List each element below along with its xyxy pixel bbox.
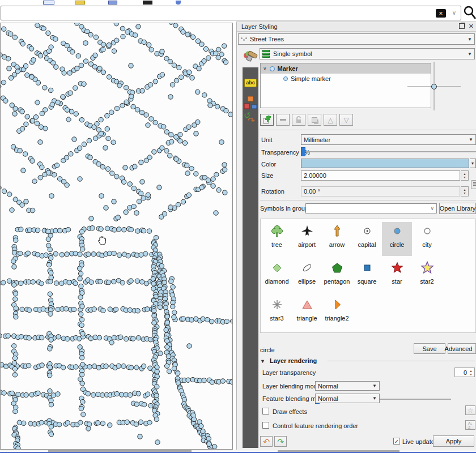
redo-style-button[interactable]: ↷ xyxy=(274,436,287,447)
symbol-tree[interactable]: tree xyxy=(262,222,292,256)
simple-marker-icon xyxy=(283,76,288,81)
panel-titlebar[interactable]: Layer Styling ✕ xyxy=(237,22,476,32)
symbol-label: airport xyxy=(292,241,322,248)
symbol-label: tree xyxy=(262,241,292,248)
lock-color-button[interactable] xyxy=(292,114,305,126)
add-symbol-layer-button[interactable] xyxy=(260,114,274,126)
symbol-label: square xyxy=(352,278,382,285)
symbol-star3[interactable]: star3 xyxy=(262,296,292,330)
symbol-label: circle xyxy=(382,241,412,248)
symbol-arrow[interactable]: arrow xyxy=(322,222,352,256)
open-library-button[interactable]: Open Library xyxy=(439,203,476,214)
symbol-pentagon[interactable]: pentagon xyxy=(322,259,352,293)
feature-blending-combobox[interactable]: Normal ▼ xyxy=(315,394,380,403)
symbol-triangle2[interactable]: triangle2 xyxy=(322,296,352,330)
star-icon xyxy=(390,260,405,275)
map-canvas[interactable] xyxy=(0,23,233,450)
tab-symbology-icon[interactable] xyxy=(243,48,258,65)
square-icon xyxy=(360,260,375,275)
advanced-button[interactable]: Advanced▼ xyxy=(448,343,476,354)
draw-effects-checkbox[interactable] xyxy=(262,408,269,414)
sort-order-button[interactable]: A↓Z xyxy=(465,420,475,430)
symbol-city[interactable]: city xyxy=(412,222,442,256)
ellipse-icon xyxy=(300,260,314,275)
layer-transparency-value: 0 xyxy=(464,369,467,376)
symbol-preview xyxy=(404,61,468,112)
layer-blending-combobox[interactable]: Normal ▼ xyxy=(315,381,380,391)
move-down-button[interactable]: ▽ xyxy=(339,114,353,126)
rotation-spin-buttons[interactable]: ▲▼ xyxy=(461,186,469,196)
duplicate-symbol-layer-button[interactable] xyxy=(308,114,321,126)
city-icon xyxy=(420,224,435,238)
customize-effects-button[interactable]: ☆ xyxy=(465,405,475,415)
save-button[interactable]: Save xyxy=(414,343,445,354)
renderer-selector[interactable]: Single symbol ▼ xyxy=(260,48,475,59)
undo-style-button[interactable]: ↶ xyxy=(260,436,273,447)
control-order-checkbox[interactable] xyxy=(262,422,269,429)
live-update-checkbox[interactable]: ✓ xyxy=(393,438,400,445)
expression-combobox[interactable]: ✕ ∨ xyxy=(1,6,461,20)
symbol-label: arrow xyxy=(322,241,352,248)
pointer-icon[interactable] xyxy=(108,1,117,5)
size-data-defined-override-button[interactable] xyxy=(471,180,476,189)
monitor-icon[interactable] xyxy=(143,1,152,5)
star3-icon xyxy=(270,297,284,312)
color-swatch-button[interactable] xyxy=(301,159,469,168)
transparency-slider[interactable] xyxy=(301,147,476,156)
renderer-value: Single symbol xyxy=(273,50,312,57)
collapse-arrow-icon[interactable]: ▼ xyxy=(260,358,265,364)
symbols-in-group-label: Symbols in group xyxy=(260,205,308,212)
symbol-diamond[interactable]: diamond xyxy=(262,259,292,293)
expander-icon[interactable]: ∨ xyxy=(263,66,267,71)
tree-root-label: Marker xyxy=(278,65,298,72)
apply-button[interactable]: Apply xyxy=(433,435,474,447)
slider-handle[interactable] xyxy=(301,147,305,156)
unit-label: Unit xyxy=(261,136,273,143)
move-up-button[interactable]: △ xyxy=(324,114,337,126)
drop-icon[interactable] xyxy=(176,1,181,5)
symbol-square[interactable]: square xyxy=(352,259,382,293)
sort-az-icon: A↓Z xyxy=(468,421,473,429)
folder-icon[interactable] xyxy=(75,1,85,5)
layer-transparency-label: Layer transparency xyxy=(262,369,316,376)
size-spin-buttons[interactable]: ▲▼ xyxy=(461,170,469,181)
pentagon-icon xyxy=(330,260,345,275)
symbol-label: star xyxy=(382,278,412,285)
chevron-down-icon: ▼ xyxy=(372,383,377,388)
symbol-ellipse[interactable]: ellipse xyxy=(292,259,322,293)
statusbar-sliver xyxy=(0,450,476,453)
chevron-down-icon: ▼ xyxy=(468,37,472,42)
tab-diagram-icon[interactable] xyxy=(244,96,257,110)
size-input[interactable]: 2.00000 xyxy=(301,170,460,181)
tree-icon xyxy=(270,224,284,238)
symbol-label: ellipse xyxy=(292,278,322,285)
symbol-circle[interactable]: circle xyxy=(382,222,412,256)
close-panel-icon[interactable]: ✕ xyxy=(469,23,474,30)
symbol-triangle[interactable]: triangle xyxy=(292,296,322,330)
size-label: Size xyxy=(261,172,273,179)
symbol-star[interactable]: star xyxy=(382,259,412,293)
color-dropdown-button[interactable]: ▼ xyxy=(470,159,476,168)
remove-symbol-layer-button[interactable] xyxy=(276,114,290,126)
float-panel-icon[interactable] xyxy=(459,23,465,29)
magnifier-icon[interactable] xyxy=(463,5,476,20)
star2-icon xyxy=(420,260,435,275)
symbol-star2[interactable]: star2 xyxy=(412,259,442,293)
layer-transparency-spinbox[interactable]: 0 ▲▼ xyxy=(454,367,475,377)
symbol-capital[interactable]: capital xyxy=(352,222,382,256)
triangle-up-icon: △ xyxy=(328,116,333,124)
grid-icon[interactable] xyxy=(43,1,54,5)
layer-selector[interactable]: Street Trees ▼ xyxy=(238,33,475,45)
chevron-down-icon[interactable]: ∨ xyxy=(452,10,456,16)
symbol-airport[interactable]: airport xyxy=(292,222,322,256)
clear-text-icon[interactable]: ✕ xyxy=(436,9,446,18)
triangle-icon xyxy=(300,297,314,312)
tab-history-icon[interactable]: ↺ ↷ xyxy=(244,113,257,127)
rotation-input[interactable]: 0.00 ° xyxy=(301,186,460,196)
tab-labels-icon[interactable]: abc xyxy=(244,79,257,87)
chevron-down-icon: ▼ xyxy=(469,137,473,142)
symbols-group-combobox[interactable]: ∨ xyxy=(305,203,437,213)
capital-icon xyxy=(360,224,375,238)
unit-combobox[interactable]: Millimeter ▼ xyxy=(301,134,476,145)
chevron-down-icon: ▼ xyxy=(372,396,377,401)
